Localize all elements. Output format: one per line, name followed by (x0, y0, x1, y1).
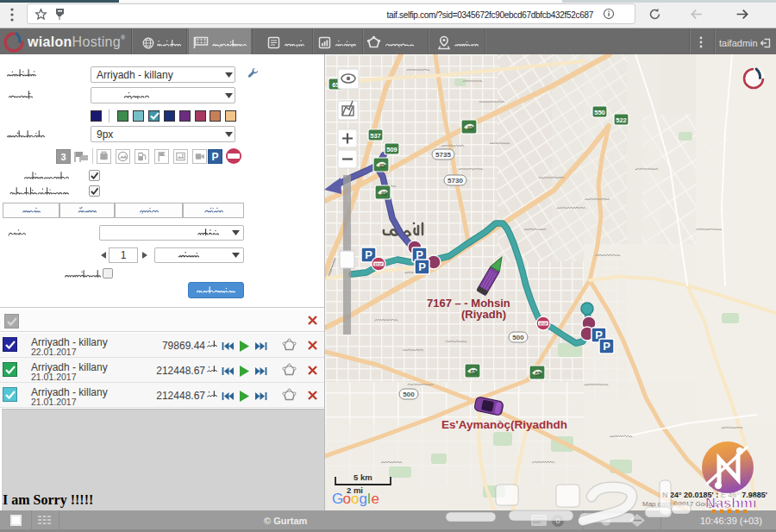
svg-text:5 km: 5 km (354, 473, 372, 482)
svg-text:Es'Aymanòç(Riyadhdh: Es'Aymanòç(Riyadhdh (441, 418, 567, 431)
svg-text:40: 40 (380, 191, 387, 197)
svg-text:5735: 5735 (435, 151, 451, 159)
svg-text:P: P (418, 260, 426, 273)
svg-text:STOP: STOP (539, 322, 548, 326)
svg-text:40: 40 (466, 125, 473, 131)
svg-text:STOP: STOP (374, 263, 383, 266)
svg-text:e: e (372, 491, 379, 507)
svg-text:G: G (332, 491, 343, 507)
svg-text:509: 509 (386, 146, 397, 153)
svg-text:(Riyadh): (Riyadh) (461, 308, 506, 321)
svg-text:o: o (343, 491, 351, 507)
svg-text:P: P (603, 340, 610, 353)
svg-text:5730: 5730 (447, 177, 463, 185)
svg-text:40: 40 (379, 163, 385, 169)
svg-text:o: o (351, 491, 359, 507)
svg-text:500: 500 (512, 334, 524, 341)
svg-text:65: 65 (535, 371, 541, 377)
svg-text:P: P (365, 248, 372, 261)
svg-text:g: g (360, 491, 367, 507)
svg-text:Nashmi: Nashmi (705, 495, 757, 510)
svg-text:537: 537 (370, 132, 381, 140)
svg-text:65: 65 (470, 369, 477, 375)
svg-text:500: 500 (403, 391, 415, 398)
svg-text:550: 550 (594, 109, 605, 116)
svg-text:l: l (367, 491, 371, 507)
svg-text:522: 522 (616, 116, 627, 124)
